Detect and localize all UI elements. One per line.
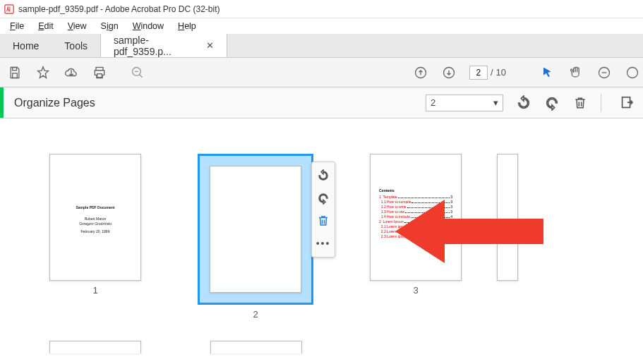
rotate-ccw-icon[interactable] xyxy=(516,95,531,111)
zoom-out-icon[interactable] xyxy=(130,65,145,80)
menu-window[interactable]: Window xyxy=(127,20,169,32)
cloud-icon[interactable] xyxy=(64,65,79,80)
app-icon xyxy=(4,4,14,14)
svg-point-9 xyxy=(627,67,638,78)
popup-rotate-ccw-button[interactable] xyxy=(313,165,333,186)
menu-sign[interactable]: Sign xyxy=(95,20,124,32)
thumb1-title: Sample PDF Document xyxy=(59,205,131,210)
organize-accent xyxy=(0,87,4,118)
zoom-out2-icon[interactable] xyxy=(596,65,612,80)
thumbnail-1[interactable]: Sample PDF Document Robert Maron Grzegor… xyxy=(49,154,141,296)
page-range-dropdown[interactable]: 2 ▾ xyxy=(426,95,503,111)
thumbnail-2-selection: ••• xyxy=(198,154,313,305)
menu-file[interactable]: File xyxy=(4,20,30,32)
page-number: / 10 xyxy=(469,66,506,80)
popup-delete-button[interactable] xyxy=(313,210,333,231)
rotate-cw-icon[interactable] xyxy=(544,95,560,111)
organize-title: Organize Pages xyxy=(8,97,95,109)
thumbnail-3-page: Contents 1 Template3 1.1 How to compile3… xyxy=(370,154,462,281)
title-bar: sample-pdf_9359.pdf - Adobe Acrobat Pro … xyxy=(0,0,643,18)
extract-icon[interactable] xyxy=(619,95,635,111)
thumb3-toc-heading: Contents xyxy=(379,188,452,193)
thumbnail-4-partial[interactable] xyxy=(497,154,518,281)
menu-view[interactable]: View xyxy=(62,20,92,32)
zoom-in-icon[interactable] xyxy=(625,65,640,80)
thumb1-l1: Robert Maron xyxy=(59,217,131,222)
dropdown-caret-icon: ▾ xyxy=(493,97,498,108)
menu-edit[interactable]: Edit xyxy=(32,20,59,32)
thumbnail-action-popup: ••• xyxy=(311,162,335,257)
thumbnail-1-page: Sample PDF Document Robert Maron Grzegor… xyxy=(49,154,141,281)
thumbnail-canvas[interactable]: Sample PDF Document Robert Maron Grzegor… xyxy=(0,119,643,364)
organize-pages-bar: Organize Pages 2 ▾ xyxy=(0,87,643,119)
tab-document-label: sample-pdf_9359.p... xyxy=(114,35,200,57)
svg-rect-2 xyxy=(13,73,18,78)
popup-rotate-cw-button[interactable] xyxy=(313,188,333,209)
tab-close-button[interactable]: ✕ xyxy=(206,40,214,51)
thumbnail-2[interactable]: ••• 2 xyxy=(198,154,313,320)
main-toolbar: / 10 xyxy=(0,58,643,87)
tab-home[interactable]: Home xyxy=(0,34,52,57)
thumbnail-3[interactable]: Contents 1 Template3 1.1 How to compile3… xyxy=(370,154,462,296)
thumbnail-2-page xyxy=(210,166,301,293)
save-icon[interactable] xyxy=(7,65,23,80)
popup-more-button[interactable]: ••• xyxy=(313,233,333,254)
print-icon[interactable] xyxy=(92,65,107,80)
tab-strip: Home Tools sample-pdf_9359.p... ✕ xyxy=(0,34,643,58)
tab-tools[interactable]: Tools xyxy=(52,34,100,57)
menu-help[interactable]: Help xyxy=(172,20,202,32)
thumbnail-2-label: 2 xyxy=(253,309,258,320)
delete-icon[interactable] xyxy=(572,95,588,111)
thumbnail-row2-2[interactable] xyxy=(210,341,302,353)
thumbnail-1-label: 1 xyxy=(92,285,97,296)
star-icon[interactable] xyxy=(35,65,51,80)
svg-rect-1 xyxy=(13,67,17,70)
select-tool-icon[interactable] xyxy=(540,65,555,80)
tab-document[interactable]: sample-pdf_9359.p... ✕ xyxy=(100,34,227,57)
page-total: 10 xyxy=(496,67,506,78)
page-range-value: 2 xyxy=(431,97,435,108)
thumbnail-3-label: 3 xyxy=(413,285,418,296)
hand-tool-icon[interactable] xyxy=(568,65,584,80)
thumbnail-row2-1[interactable] xyxy=(49,341,141,353)
thumbnail-4-page xyxy=(497,154,518,281)
svg-rect-0 xyxy=(5,4,13,13)
page-sep: / xyxy=(491,67,493,78)
window-title: sample-pdf_9359.pdf - Adobe Acrobat Pro … xyxy=(18,4,220,14)
page-down-icon[interactable] xyxy=(441,65,457,80)
thumb1-l2: Grzegorz Grudziński xyxy=(59,222,131,226)
menu-bar: File Edit View Sign Window Help xyxy=(0,18,643,34)
svg-rect-4 xyxy=(97,73,102,77)
thumb1-l3: February 20, 1999 xyxy=(59,229,131,234)
page-number-input[interactable] xyxy=(469,66,488,80)
page-up-icon[interactable] xyxy=(413,65,428,80)
